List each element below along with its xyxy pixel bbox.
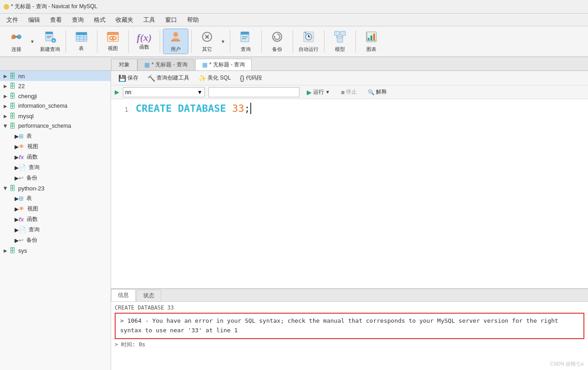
22-label: 22 [18, 83, 25, 90]
run-label: 运行 [313, 88, 324, 96]
perf-query-icon: 📄 [19, 164, 26, 171]
sidebar-item-22[interactable]: ▶ 🗄 22 [0, 81, 111, 91]
menu-format[interactable]: 格式 [89, 15, 110, 25]
build-query-icon: 🔨 [147, 75, 155, 82]
view-label: 视图 [108, 45, 118, 52]
perf-view-icon: 👁 [19, 143, 25, 150]
menu-view[interactable]: 查看 [46, 15, 66, 25]
other-icon [201, 30, 213, 45]
query-toolbar: 💾 保存 🔨 查询创建工具 ✨ 美化 SQL {} 代码段 [111, 71, 588, 85]
toolbar-sep-10 [355, 30, 356, 53]
view-icon [106, 31, 119, 44]
code-editor[interactable]: 1 CREATE DATABASE 33; [111, 99, 588, 288]
mysql-db-icon: 🗄 [9, 112, 15, 120]
beautify-sql-button[interactable]: ✨ 美化 SQL [195, 73, 234, 83]
chart-button[interactable]: 图表 [359, 29, 384, 54]
code-content-1: CREATE DATABASE 33; [136, 103, 251, 114]
toolbar-sep-8 [293, 30, 293, 53]
build-query-button[interactable]: 🔨 查询创建工具 [144, 73, 193, 83]
sys-db-icon: 🗄 [9, 247, 15, 254]
py-backup-arrow: ▶ [15, 237, 19, 244]
py-table-node[interactable]: ▶ ⊞ 表 [11, 193, 111, 204]
perf-schema-db-icon: 🗄 [9, 122, 15, 130]
svg-rect-11 [76, 32, 87, 35]
save-label: 保存 [127, 74, 138, 82]
autorun-button[interactable]: 自动运行 [296, 29, 321, 54]
sidebar-item-nn[interactable]: ▶ 🗄 nn [0, 71, 111, 81]
explain-button[interactable]: 🔍 解释 [364, 87, 390, 97]
object-tab[interactable]: 对象 [111, 59, 137, 70]
query-tab-2[interactable]: ▦ * 无标题 - 查询 [195, 59, 252, 70]
svg-rect-40 [337, 38, 343, 42]
python23-arrow: ▶ [3, 186, 8, 190]
status-tab-label: 状态 [143, 292, 154, 299]
keyword-create: CREATE [136, 103, 172, 114]
svg-rect-39 [340, 31, 345, 35]
perf-view-node[interactable]: ▶ 👁 视图 [11, 141, 111, 152]
database-select[interactable]: nn ▼ [123, 87, 205, 97]
menu-file[interactable]: 文件 [2, 15, 23, 25]
sidebar-item-chengji[interactable]: ▶ 🗄 chengji [0, 91, 111, 101]
menu-favorites[interactable]: 收藏夹 [111, 15, 138, 25]
nn-arrow: ▶ [4, 74, 7, 79]
info-tab[interactable]: 信息 [111, 289, 136, 301]
save-button[interactable]: 💾 保存 [115, 73, 142, 83]
sidebar-item-sys[interactable]: ▶ 🗄 sys [0, 245, 111, 255]
code-semicolon: ; [244, 103, 251, 114]
backup-button[interactable]: 备份 [264, 29, 290, 54]
sidebar-item-mysql[interactable]: ▶ 🗄 mysql [0, 111, 111, 121]
menu-help[interactable]: 帮助 [182, 15, 203, 25]
py-query-node[interactable]: ▶ 📄 查询 [11, 225, 111, 235]
menu-window[interactable]: 窗口 [161, 15, 182, 25]
menu-tools[interactable]: 工具 [139, 15, 160, 25]
sidebar-item-performance-schema[interactable]: ▶ 🗄 performance_schema [0, 121, 111, 131]
py-view-arrow: ▶ [15, 206, 19, 212]
object-tab-label: 对象 [119, 61, 130, 69]
svg-rect-3 [11, 38, 14, 39]
python23-children: ▶ ⊞ 表 ▶ 👁 视图 ▶ fx 函数 ▶ 📄 查询 ▶ ↩ [0, 193, 111, 245]
table-button[interactable]: 表 [69, 29, 94, 54]
status-tab[interactable]: 状态 [137, 290, 161, 301]
run-button[interactable]: ▶ 运行 ▼ [303, 87, 334, 97]
toolbar-sep-9 [324, 30, 324, 53]
menu-query[interactable]: 查询 [67, 15, 88, 25]
connect-arrow[interactable]: ▼ [30, 39, 35, 44]
connect-label: 连接 [11, 46, 21, 53]
function-button[interactable]: f(x) 函数 [132, 29, 157, 54]
nn-flag-icon: ▶ [115, 89, 119, 95]
user-button[interactable]: 用户 [163, 29, 188, 54]
error-text: > 1064 - You have an error in your SQL s… [120, 317, 558, 334]
svg-marker-33 [274, 35, 275, 38]
perf-schema-children: ▶ ⊞ 表 ▶ 👁 视图 ▶ fx 函数 ▶ 📄 查询 ▶ ↩ [0, 131, 111, 183]
py-func-label: 函数 [27, 215, 38, 223]
connect-button[interactable]: 连接 [4, 29, 29, 54]
new-query-button[interactable]: + 新建查询 [37, 29, 63, 54]
model-button[interactable]: 模型 [327, 29, 353, 54]
perf-func-node[interactable]: ▶ fx 函数 [11, 152, 111, 162]
toolbar-sep-1 [66, 30, 66, 53]
other-arrow[interactable]: ▼ [221, 39, 225, 44]
svg-rect-17 [107, 32, 118, 35]
backup-label: 备份 [272, 46, 282, 53]
query-tab-1[interactable]: ▦ * 无标题 - 查询 [137, 59, 194, 70]
table-select[interactable] [208, 87, 299, 97]
perf-table-icon: ⊞ [19, 133, 24, 140]
function-label: 函数 [139, 44, 149, 50]
py-backup-node[interactable]: ▶ ↩ 备份 [11, 235, 111, 245]
perf-query-node[interactable]: ▶ 📄 查询 [11, 162, 111, 173]
menu-edit[interactable]: 编辑 [24, 15, 45, 25]
perf-table-node[interactable]: ▶ ⊞ 表 [11, 131, 111, 141]
view-button[interactable]: 视图 [100, 29, 126, 54]
snippet-button[interactable]: {} 代码段 [236, 73, 265, 83]
svg-point-21 [112, 37, 114, 39]
tab-bar: 对象 ▦ * 无标题 - 查询 ▦ * 无标题 - 查询 [0, 57, 588, 71]
query-button[interactable]: 查询 [233, 29, 259, 54]
py-view-node[interactable]: ▶ 👁 视图 [11, 204, 111, 214]
nn-label: nn [18, 73, 25, 80]
sidebar-item-python-23[interactable]: ▶ 🗄 python-23 [0, 183, 111, 193]
sidebar-item-information-schema[interactable]: ▶ 🗄 information_schema [0, 101, 111, 111]
py-func-node[interactable]: ▶ fx 函数 [11, 214, 111, 225]
nn-db-icon: 🗄 [9, 72, 15, 80]
other-button[interactable]: 其它 [194, 29, 220, 54]
perf-backup-node[interactable]: ▶ ↩ 备份 [11, 173, 111, 183]
